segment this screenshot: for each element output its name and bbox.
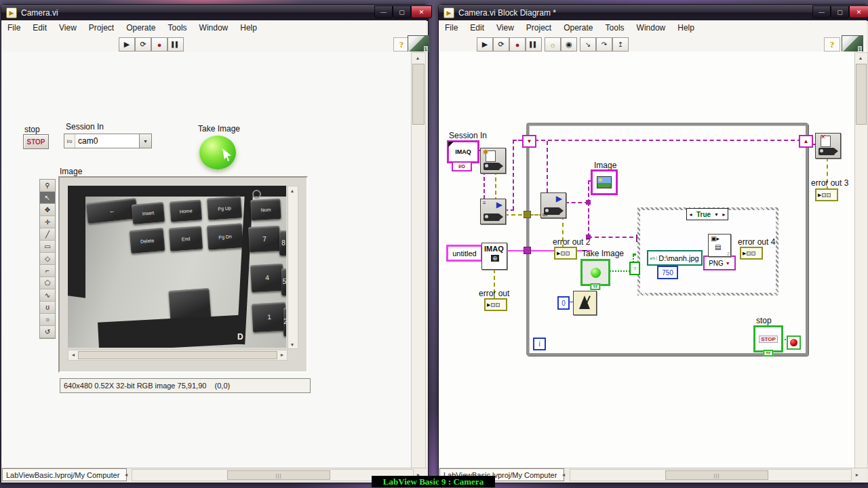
oval-tool-icon[interactable]: ○ [40,314,55,326]
case-selector[interactable]: ◄ True ▼ ► [686,208,728,220]
run-button[interactable]: ▶ [119,37,135,52]
highlight-execution-button[interactable]: ☼ [545,37,561,52]
menu-operate[interactable]: Operate [557,22,599,34]
scroll-right-icon[interactable]: ► [279,350,285,359]
error-out-indicator[interactable]: ▶ [484,298,507,311]
menu-operate[interactable]: Operate [120,22,161,34]
stop-button-fp[interactable]: STOP [23,134,49,149]
stop-terminal[interactable]: STOP TF [753,325,783,352]
block-diagram-vscrollbar[interactable]: ▲ [854,52,868,468]
scroll-left-icon[interactable]: ◄ [559,470,568,479]
scroll-down-icon[interactable]: ▼ [288,341,296,348]
menu-tools[interactable]: Tools [162,22,193,34]
wait-ms-node[interactable] [573,291,597,315]
imaq-write-file-node[interactable]: ▣▸ ▤ 2 [708,234,731,257]
take-image-terminal[interactable]: TF [580,259,610,286]
zoom-tool-icon[interactable]: ⚲ [40,180,55,192]
menu-file[interactable]: File [1,22,26,34]
run-continuous-button[interactable]: ⟳ [135,37,151,52]
run-button[interactable]: ▶ [477,37,493,52]
step-over-button[interactable]: ↷ [596,37,612,52]
case-next-icon[interactable]: ► [720,212,728,217]
scroll-up-icon[interactable]: ▲ [412,54,424,62]
close-button[interactable]: ✕ [849,5,868,18]
session-in-combo[interactable]: I/o cam0 ▼ [64,134,152,148]
viewer-vscrollbar[interactable]: ▲ ▼ [288,186,298,349]
move-tool-icon[interactable]: ✛ [40,216,55,228]
menu-help[interactable]: Help [234,22,263,34]
block-diagram-titlebar[interactable]: ▶ Camera.vi Block Diagram * [439,5,868,21]
pause-button[interactable]: ▌▌ [167,37,184,52]
pan-tool-icon[interactable]: ✥ [40,204,55,216]
error-out-2-indicator[interactable]: ▶ [554,247,577,260]
imaqdx-close-camera-node[interactable]: ✕ [815,133,841,159]
freehand-region-tool-icon[interactable]: ʊ [40,302,55,314]
hscroll-thumb[interactable]: ||| [665,470,768,480]
menu-tools[interactable]: Tools [599,22,631,34]
help-button[interactable]: ? [824,37,840,52]
pause-button[interactable]: ▌▌ [526,37,542,52]
menu-help[interactable]: Help [671,22,701,34]
combo-dropdown-icon[interactable]: ▼ [139,134,151,148]
abort-button[interactable]: ● [509,37,526,52]
maximize-button[interactable]: ▢ [393,5,411,18]
imaqdx-configure-grab-node[interactable]: ▶ ≡ [480,199,506,224]
scroll-up-icon[interactable]: ▲ [855,54,866,62]
close-button[interactable]: ✕ [411,5,432,18]
menu-view[interactable]: View [490,22,520,34]
menu-file[interactable]: File [439,22,464,34]
menu-view[interactable]: View [53,22,83,34]
imaqdx-grab-node[interactable]: ▶ dx [540,192,566,218]
file-path-constant[interactable]: a/b D:\manh.jpg [647,250,703,266]
minimize-button[interactable]: — [812,5,831,18]
png-format-ring[interactable]: PNG ▼ [703,256,736,270]
menu-window[interactable]: Window [631,22,672,34]
image-indicator-terminal[interactable] [591,169,618,195]
case-dropdown-icon[interactable]: ▼ [713,212,720,217]
menu-project[interactable]: Project [520,22,557,34]
hscroll-thumb[interactable] [78,351,277,359]
annulus-tool-icon[interactable]: ↺ [40,326,55,338]
quality-constant[interactable]: 750 [657,266,678,279]
abort-button[interactable]: ● [151,37,167,52]
scroll-right-icon[interactable]: ► [853,470,861,479]
scroll-up-icon[interactable]: ▲ [288,187,296,194]
loop-iteration-terminal[interactable]: i [533,338,546,350]
minimize-button[interactable]: — [374,5,393,18]
maximize-button[interactable]: ▢ [831,5,849,18]
untitled-string-constant[interactable]: untitled [446,245,483,262]
error-out-4-indicator[interactable]: ▶ [740,247,763,260]
viewer-hscrollbar[interactable]: ◄ ► [68,350,288,361]
project-path-button[interactable]: LabViewBasic.lvproj/My Computer [2,468,127,481]
vscroll-thumb[interactable] [856,64,867,125]
hscroll-thumb[interactable]: ||| [227,470,330,480]
rectangle-tool-icon[interactable]: ▭ [40,241,55,253]
front-panel-vscrollbar[interactable]: ▲ [411,52,426,468]
polygon-tool-icon[interactable]: ⬠ [40,277,55,289]
line-tool-icon[interactable]: ╱ [40,228,55,241]
rotated-rect-tool-icon[interactable]: ◇ [40,253,55,265]
menu-edit[interactable]: Edit [464,22,490,34]
step-out-button[interactable]: ↥ [612,37,629,52]
case-prev-icon[interactable]: ◄ [687,212,694,217]
shift-register-left[interactable]: ▼ [522,135,536,148]
error-out-3-indicator[interactable]: ▶ [815,188,838,201]
scroll-left-icon[interactable]: ◄ [70,350,77,359]
loop-condition-terminal[interactable] [787,336,801,350]
menu-project[interactable]: Project [83,22,120,34]
session-in-terminal[interactable]: IMAQ [447,140,479,163]
vscroll-thumb[interactable] [412,64,425,125]
imaq-create-node[interactable]: IMAQ ⊕ [481,243,507,270]
run-continuous-button[interactable]: ⟳ [493,37,509,52]
imaqdx-open-camera-node[interactable]: ✱ [480,148,506,174]
menu-window[interactable]: Window [193,22,235,34]
menu-edit[interactable]: Edit [26,22,53,34]
polyline-tool-icon[interactable]: ⌐ [40,265,55,277]
cursor-tool-icon[interactable]: ↖ [40,192,55,204]
retain-wire-values-button[interactable]: ◉ [561,37,577,52]
scroll-left-icon[interactable]: ◄ [122,470,130,479]
block-diagram-hscrollbar[interactable]: ||| [570,469,852,481]
take-image-button[interactable] [199,136,236,169]
shift-register-right[interactable]: ▲ [799,135,813,148]
wait-ms-constant[interactable]: 0 [557,296,570,310]
